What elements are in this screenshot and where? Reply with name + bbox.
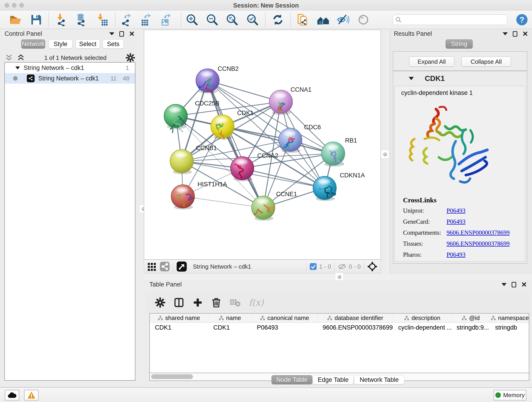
cloud-status-button[interactable] [5,390,19,400]
table-cell[interactable]: P06493 [252,323,317,332]
column-header-canonical-name[interactable]: canonical name [252,313,317,322]
import-table-icon[interactable] [96,13,109,26]
collapse-all-icon[interactable] [5,54,13,62]
horizontal-splitter-handle[interactable] [335,273,344,281]
export-network-icon[interactable] [120,13,133,26]
expand-all-icon[interactable] [17,54,25,62]
hide-panels-eye-icon[interactable] [336,13,349,26]
memory-button[interactable]: Memory [494,390,526,400]
tab-network-table[interactable]: Network Table [354,375,404,384]
network-node-CDC25B[interactable] [164,104,187,133]
crosslink-compartments-link[interactable]: 9606.ENSP00000378699 [447,229,510,236]
show-columns-icon[interactable] [174,297,184,308]
table-cell[interactable]: CDK1 [150,323,208,332]
birdseye-view-icon[interactable] [177,261,187,272]
table-cell[interactable]: CDK1 [208,323,252,332]
show-panels-eye-icon[interactable] [357,13,370,26]
right-splitter-handle[interactable] [381,150,389,159]
network-node-CCNA1[interactable] [269,90,293,115]
results-actions-box: Expand All Collapse All [393,51,527,70]
table-options-gear-icon[interactable] [155,297,165,308]
crosslink-pharos-link[interactable]: P06493 [447,251,466,258]
zoom-out-icon[interactable] [206,13,219,26]
column-header-description[interactable]: description [393,313,452,322]
table-cell[interactable]: stringdb [490,323,529,332]
network-edge[interactable] [208,80,263,208]
network-canvas[interactable]: CCNB2CCNA1CDC25BCDK1CDC6RB1CCNB1CCNA2CDK… [144,30,381,260]
crosslink-uniprot-link[interactable]: P06493 [447,207,466,214]
crosslink-tissues-link[interactable]: 9606.ENSP00000378699 [447,240,510,247]
network-node-CCNA2[interactable] [230,157,254,181]
panel-float-icon[interactable] [513,31,517,37]
column-header-name[interactable]: name [208,313,252,322]
refresh-icon[interactable] [272,13,284,26]
panel-menu-caret-icon[interactable] [503,32,508,35]
tab-network[interactable]: Network [21,39,45,49]
scrollbar-thumb[interactable] [151,374,193,379]
toolbar-separator [364,262,364,272]
clone-network-icon[interactable] [297,13,309,26]
column-header-namespace[interactable]: namespace [490,313,529,322]
network-row-selected[interactable]: String Network – cdk1 11 48 [5,73,135,84]
import-database-icon[interactable] [75,13,88,26]
string-view-badge-icon[interactable] [160,262,170,272]
add-column-icon[interactable] [192,297,203,308]
tab-string[interactable]: String [446,39,473,49]
table-row[interactable]: CDK1CDK1P064939606.ENSP00000378699cyclin… [150,323,529,332]
save-session-icon[interactable] [30,13,43,26]
network-node-CCNE1[interactable] [252,196,275,221]
network-collection-row[interactable]: String Network – cdk1 1 [5,63,135,73]
open-session-icon[interactable] [9,13,22,26]
panel-close-icon[interactable]: ✕ [521,282,527,287]
panel-float-icon[interactable] [512,282,516,287]
search-input[interactable] [404,17,502,23]
home-icon[interactable] [317,13,330,26]
panel-menu-caret-icon[interactable] [501,283,507,286]
help-icon[interactable]: ? [515,13,528,26]
zoom-selected-icon[interactable] [246,13,259,26]
network-node-CDKN1A[interactable] [313,176,336,201]
left-splitter[interactable] [136,29,144,386]
table-cell[interactable]: cyclin-dependent ... [393,323,452,332]
export-table-icon[interactable] [139,13,152,26]
panel-close-icon[interactable]: ✕ [522,31,528,37]
column-header--id[interactable]: @id [452,313,490,322]
table-cell[interactable]: 9606.ENSP00000378699 [317,323,393,332]
panel-float-icon[interactable] [119,31,124,37]
selected-nodes-checkbox-icon[interactable] [310,263,317,270]
column-header-shared-name[interactable]: shared name [150,313,208,322]
network-node-CDK1[interactable] [211,115,234,140]
table-cell[interactable]: stringdb:9... [452,323,490,332]
right-splitter[interactable] [385,29,390,274]
section-collapse-caret-icon[interactable] [408,76,414,81]
zoom-in-icon[interactable] [186,13,198,26]
panel-close-icon[interactable]: ✕ [129,31,135,37]
warnings-button[interactable] [24,390,38,400]
panel-menu-caret-icon[interactable] [109,32,114,35]
delete-trash-icon[interactable] [211,297,221,308]
network-options-gear-icon[interactable] [126,53,135,63]
tab-edge-table[interactable]: Edge Table [313,375,354,384]
expand-all-button[interactable]: Expand All [409,57,454,67]
collapse-all-button[interactable]: Collapse All [462,57,511,67]
network-node-CCNB1[interactable] [170,149,193,174]
network-graph[interactable]: CCNB2CCNA1CDC25BCDK1CDC6RB1CCNB1CCNA2CDK… [144,30,380,259]
network-node-HIST1H1A[interactable] [171,185,195,210]
column-header-database-identifier[interactable]: database identifier [317,313,393,322]
network-node-RB1[interactable] [322,142,345,167]
tree-expanded-caret-icon[interactable] [15,65,20,70]
fit-selected-crosshair-icon[interactable] [367,262,377,272]
horizontal-splitter[interactable] [144,274,532,280]
network-edge[interactable] [183,196,263,208]
tab-node-table[interactable]: Node Table [272,375,312,384]
tab-sets[interactable]: Sets [103,39,124,49]
toolbar-separator [306,262,306,272]
grid-view-icon[interactable] [147,262,157,271]
export-image-icon[interactable] [159,13,172,26]
tab-style[interactable]: Style [49,39,72,49]
import-network-icon[interactable] [56,13,68,26]
tab-select[interactable]: Select [76,39,100,49]
hidden-eye-icon[interactable] [338,263,346,270]
zoom-fit-icon[interactable] [226,13,239,26]
crosslink-genecard-link[interactable]: P06493 [447,218,466,225]
